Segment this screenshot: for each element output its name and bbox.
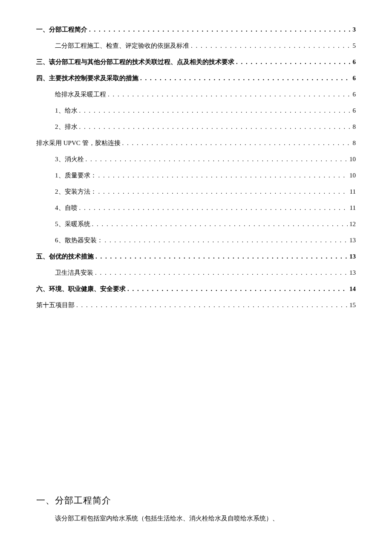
toc-leader-dots	[95, 267, 348, 279]
toc-leader-dots	[86, 153, 348, 165]
toc-leader-dots	[79, 121, 351, 133]
toc-entry-page: 3	[353, 23, 356, 35]
toc-entry-label: 2、安装方法：	[55, 186, 97, 198]
toc-leader-dots	[79, 202, 348, 214]
document-page: 一、分部工程简介3二分部工程施工、检查、评定验收的依据及标准5三、该分部工程与其…	[0, 0, 392, 541]
toc-entry: 2、排水8	[36, 121, 356, 133]
toc-leader-dots	[236, 56, 351, 68]
toc-entry: 一、分部工程简介3	[36, 23, 356, 35]
toc-leader-dots	[98, 169, 348, 181]
toc-entry: 第十五项目部15	[36, 299, 356, 311]
toc-entry: 三、该分部工程与其他分部工程的技术关联过程、点及相关的技术要求6	[36, 56, 356, 68]
toc-entry-label: 四、主要技术控制要求及采取的措施	[36, 72, 138, 84]
toc-entry: 排水采用 UPVC 管，胶粘连接8	[36, 137, 356, 149]
toc-entry-label: 卫生洁具安装	[55, 267, 93, 279]
toc-leader-dots	[191, 40, 351, 52]
toc-entry-page: 8	[353, 121, 356, 133]
section-body-text: 该分部工程包括室内给水系统（包括生活给水、消火栓给水及自喷给水系统）、	[36, 512, 356, 524]
toc-entry: 卫生洁具安装13	[36, 267, 356, 279]
toc-entry-label: 3、消火栓	[55, 153, 84, 165]
toc-leader-dots	[95, 250, 348, 262]
toc-entry: 3、消火栓10	[36, 153, 356, 165]
toc-entry-label: 一、分部工程简介	[36, 23, 87, 35]
toc-entry-page: 13	[349, 234, 356, 246]
toc-entry-page: 13	[349, 250, 356, 262]
toc-entry: 1、给水6	[36, 105, 356, 116]
table-of-contents: 一、分部工程简介3二分部工程施工、检查、评定验收的依据及标准5三、该分部工程与其…	[36, 23, 356, 311]
toc-leader-dots	[122, 137, 351, 149]
toc-entry-page: 6	[353, 105, 356, 116]
toc-entry-label: 五、创优的技术措施	[36, 250, 94, 262]
toc-entry-label: 5、采暖系统	[55, 218, 90, 230]
toc-leader-dots	[89, 23, 351, 35]
toc-leader-dots	[76, 299, 348, 311]
toc-entry: 五、创优的技术措施13	[36, 250, 356, 262]
toc-entry: 给排水及采暖工程6	[36, 88, 356, 100]
toc-entry-page: 11	[350, 202, 356, 214]
toc-entry: 六、环境、职业健康、安全要求14	[36, 283, 356, 295]
toc-leader-dots	[79, 105, 351, 116]
toc-entry: 4、自喷11	[36, 202, 356, 214]
toc-entry: 二分部工程施工、检查、评定验收的依据及标准5	[36, 40, 356, 52]
toc-leader-dots	[140, 72, 351, 84]
toc-entry-page: 5	[353, 40, 356, 52]
toc-entry-page: 11	[350, 186, 356, 198]
toc-entry-label: 第十五项目部	[36, 299, 75, 311]
toc-entry-label: 六、环境、职业健康、安全要求	[36, 283, 126, 295]
toc-leader-dots	[105, 234, 348, 246]
toc-entry-page: 6	[353, 88, 356, 100]
toc-entry-label: 6、散热器安装：	[55, 234, 103, 246]
toc-entry-page: 14	[349, 283, 356, 295]
toc-entry-page: 13	[349, 267, 356, 279]
toc-entry-page: 8	[353, 137, 356, 149]
toc-entry-page: 6	[353, 56, 356, 68]
toc-entry: 5、采暖系统12	[36, 218, 356, 230]
toc-entry: 6、散热器安装：13	[36, 234, 356, 246]
toc-leader-dots	[92, 218, 348, 230]
toc-entry-page: 15	[349, 299, 356, 311]
toc-entry-label: 给排水及采暖工程	[55, 88, 106, 100]
toc-leader-dots	[98, 186, 348, 198]
toc-leader-dots	[108, 88, 351, 100]
toc-leader-dots	[127, 283, 348, 295]
toc-entry: 四、主要技术控制要求及采取的措施6	[36, 72, 356, 84]
toc-entry: 2、安装方法：11	[36, 186, 356, 198]
toc-entry-label: 1、给水	[55, 105, 78, 116]
toc-entry: 1、质量要求：10	[36, 169, 356, 181]
section-heading: 一、分部工程简介	[36, 494, 356, 506]
toc-entry-page: 6	[353, 72, 356, 84]
toc-entry-page: 12	[349, 218, 356, 230]
toc-entry-label: 1、质量要求：	[55, 169, 97, 181]
toc-entry-label: 二分部工程施工、检查、评定验收的依据及标准	[55, 40, 189, 52]
toc-entry-label: 三、该分部工程与其他分部工程的技术关联过程、点及相关的技术要求	[36, 56, 234, 68]
toc-entry-page: 10	[349, 169, 356, 181]
toc-entry-page: 10	[349, 153, 356, 165]
toc-entry-label: 4、自喷	[55, 202, 78, 214]
toc-entry-label: 2、排水	[55, 121, 78, 133]
toc-entry-label: 排水采用 UPVC 管，胶粘连接	[36, 137, 121, 149]
